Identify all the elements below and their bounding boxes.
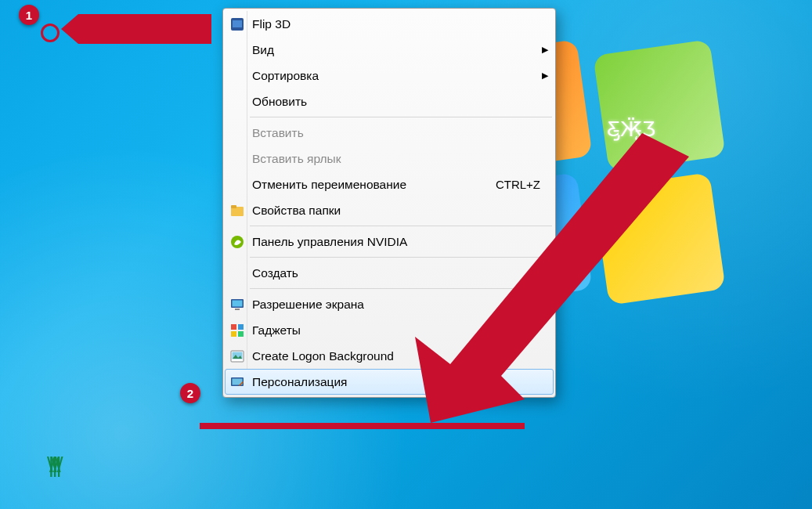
menu-item-paste-shortcut: Вставить ярлык (225, 146, 554, 171)
submenu-arrow-icon: ▶ (537, 45, 553, 55)
menu-label: Flip 3D (249, 17, 537, 31)
svg-rect-8 (233, 300, 243, 306)
menu-label: Создать (249, 266, 537, 280)
menu-item-folder-options[interactable]: Свойства папки (225, 197, 554, 223)
menu-separator (250, 288, 552, 289)
menu-label: Вид (249, 43, 537, 57)
monitor-icon (226, 298, 249, 312)
menu-item-flip3d[interactable]: Flip 3D (225, 11, 554, 37)
menu-label: Свойства папки (249, 204, 537, 218)
annotation-underline (200, 423, 525, 429)
menu-item-paste: Вставить (225, 120, 554, 146)
menu-item-new[interactable]: Создать ▶ (225, 260, 554, 286)
personalize-icon (226, 375, 249, 389)
menu-item-view[interactable]: Вид ▶ (225, 37, 554, 63)
gadgets-icon (226, 323, 249, 338)
folder-options-icon (226, 204, 249, 218)
menu-label: Гаджеты (249, 323, 537, 338)
menu-label: Вставить ярлык (249, 152, 537, 166)
annotation-arrow-1 (47, 8, 219, 55)
menu-item-sort[interactable]: Сортировка ▶ (225, 63, 554, 88)
svg-marker-1 (61, 14, 211, 44)
annotation-step-2: 2 (180, 383, 200, 403)
butterfly-decor: Ƹ̵̡Ӝ̵̨̄Ʒ (607, 117, 655, 142)
menu-label: Панель управления NVIDIA (249, 235, 537, 249)
nvidia-icon (226, 235, 249, 249)
svg-rect-10 (231, 324, 236, 330)
svg-rect-3 (233, 20, 242, 27)
desktop[interactable]: Ƹ̵̡Ӝ̵̨̄Ʒ \|/\|/\|/ 1 Flip 3D Вид ▶ Сорти… (0, 0, 812, 509)
annotation-step-1: 1 (19, 5, 39, 25)
menu-label: Разрешение экрана (249, 298, 537, 312)
menu-label: Обновить (249, 95, 537, 109)
picture-icon (226, 349, 249, 363)
menu-label: Отменить переименование (249, 178, 496, 192)
svg-rect-5 (231, 205, 236, 208)
svg-rect-13 (238, 331, 244, 337)
menu-label: Персонализация (249, 375, 537, 389)
menu-item-personalization[interactable]: Персонализация (225, 369, 554, 395)
menu-separator (250, 226, 552, 226)
svg-rect-11 (238, 324, 244, 330)
menu-separator (250, 257, 552, 258)
submenu-arrow-icon: ▶ (537, 268, 553, 278)
desktop-context-menu: Flip 3D Вид ▶ Сортировка ▶ Обновить Вста… (222, 8, 556, 398)
menu-label: Create Logon Background (249, 349, 537, 363)
menu-separator (250, 117, 552, 117)
menu-item-create-logon-background[interactable]: Create Logon Background (225, 343, 554, 369)
menu-label: Сортировка (249, 69, 537, 83)
menu-label: Вставить (249, 126, 537, 140)
menu-item-nvidia[interactable]: Панель управления NVIDIA (225, 229, 554, 254)
menu-item-undo-rename[interactable]: Отменить переименование CTRL+Z (225, 171, 554, 197)
annotation-ring (41, 23, 60, 42)
flip3d-icon (226, 17, 249, 31)
submenu-arrow-icon: ▶ (537, 70, 553, 81)
menu-item-screen-resolution[interactable]: Разрешение экрана (225, 291, 554, 317)
svg-rect-12 (231, 331, 236, 337)
menu-item-refresh[interactable]: Обновить (225, 88, 554, 114)
menu-shortcut: CTRL+Z (496, 178, 553, 191)
grass-decor: \|/\|/\|/ (47, 453, 59, 478)
menu-item-gadgets[interactable]: Гаджеты (225, 317, 554, 343)
svg-rect-9 (235, 309, 240, 310)
